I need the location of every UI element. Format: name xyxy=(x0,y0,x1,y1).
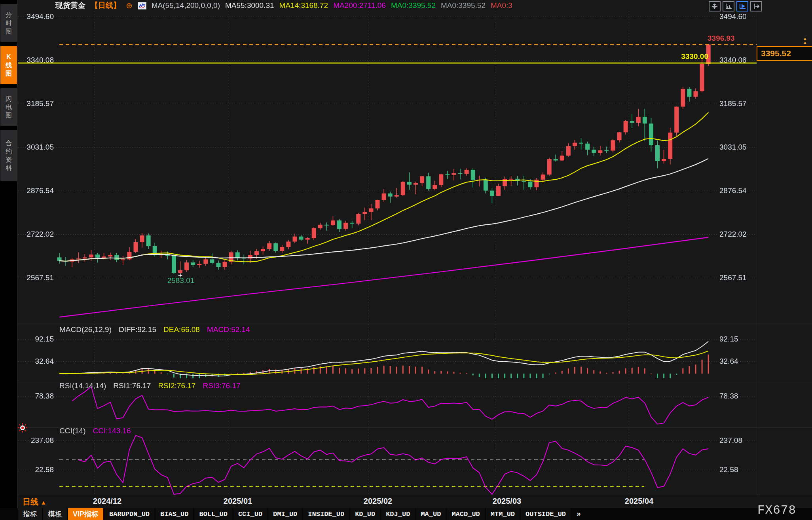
chevron-up-icon: ▲ xyxy=(41,499,47,506)
support-price-label: 3330.00 xyxy=(672,52,708,61)
period-selector[interactable]: 日线 ▲ xyxy=(23,497,46,507)
axis-label: 3185.57 xyxy=(18,99,54,108)
rsi3-value: RSI3:76.17 xyxy=(203,381,240,390)
tab-vip指标[interactable]: VIP指标 xyxy=(68,508,103,520)
chart-header: 现货黄金 【日线】 ⊕ MA(55,14,200,0,0,0) MA55:300… xyxy=(55,0,512,11)
low-price-label: 2583.01 xyxy=(164,276,197,285)
cci-panel-header: CCI(14) CCI:143.16 xyxy=(59,427,131,435)
axis-label: 92.15 xyxy=(18,335,54,344)
axis-label: 2722.02 xyxy=(18,230,54,239)
ma14-value: MA14:3168.72 xyxy=(279,1,328,10)
month-label: 2024/12 xyxy=(82,497,133,506)
axis-label: 3185.57 xyxy=(719,99,759,108)
macd-dea-value: DEA:66.08 xyxy=(163,325,200,334)
left-sidebar: 分时图K线图闪电图合约资料 xyxy=(0,0,18,520)
price-up-arrow-icon: ▲▲ xyxy=(803,36,807,44)
crosshair-move-icon[interactable] xyxy=(709,1,721,11)
trading-app-window: 分时图K线图闪电图合约资料 现货黄金 【日线】 ⊕ MA(55,14,200,0… xyxy=(0,0,812,520)
axis-label: 3031.05 xyxy=(719,143,759,152)
sidebar-item-1[interactable]: 分时图 xyxy=(0,4,17,42)
axis-label: 237.08 xyxy=(719,436,759,445)
month-label: 2025/03 xyxy=(481,497,533,506)
chart-toolbar xyxy=(709,1,762,11)
month-label: 2025/02 xyxy=(352,497,404,506)
axis-label: 22.58 xyxy=(719,465,759,474)
current-price-badge: 3395.52 xyxy=(757,46,812,61)
tab-ma_ud[interactable]: MA_UD xyxy=(416,508,446,520)
axis-play-icon[interactable] xyxy=(736,1,748,11)
axis-label: 2876.54 xyxy=(18,186,54,195)
month-label: 2025/04 xyxy=(613,497,665,506)
ma0-red-value: MA0:3 xyxy=(491,1,512,10)
alert-sun-icon[interactable] xyxy=(17,423,28,435)
rsi-title: RSI(14,14,14) xyxy=(59,381,106,390)
axis-label: 32.64 xyxy=(18,357,54,366)
tab-kd_ud[interactable]: KD_UD xyxy=(350,508,380,520)
watermark: FX678 xyxy=(757,503,796,517)
macd-panel-header: MACD(26,12,9) DIFF:92.15 DEA:66.08 MACD:… xyxy=(59,325,250,334)
rsi2-value: RSI2:76.17 xyxy=(158,381,195,390)
add-indicator-icon[interactable]: ⊕ xyxy=(126,1,133,10)
sidebar-item-3[interactable]: 闪电图 xyxy=(0,88,17,126)
date-bar: 日线 ▲ 2024/122025/012025/022025/032025/04 xyxy=(17,495,812,509)
symbol-name: 现货黄金 xyxy=(55,0,85,11)
tab-cci_ud[interactable]: CCI_UD xyxy=(233,508,267,520)
tab-mtm_ud[interactable]: MTM_UD xyxy=(486,508,520,520)
ma200-value: MA200:2711.06 xyxy=(333,1,386,10)
ma0-grey-value: MA0:3395.52 xyxy=(441,1,486,10)
period-selector-label: 日线 xyxy=(23,497,38,506)
rsi1-value: RSI1:76.17 xyxy=(113,381,151,390)
period-tag[interactable]: 【日线】 xyxy=(91,0,121,11)
axis-label: 2567.51 xyxy=(18,273,54,282)
axis-label: 2722.02 xyxy=(719,230,759,239)
axis-label: 32.64 xyxy=(719,357,759,366)
tab-dmi_ud[interactable]: DMI_UD xyxy=(268,508,302,520)
indicator-tab-bar: 指标模板VIP指标BARUPDN_UDBIAS_UDBOLL_UDCCI_UDD… xyxy=(0,508,812,520)
tab-kdj_ud[interactable]: KDJ_UD xyxy=(381,508,415,520)
ma-settings: MA(55,14,200,0,0,0) xyxy=(152,1,220,10)
axis-label: 237.08 xyxy=(18,436,54,445)
tab-outside_ud[interactable]: OUTSIDE_UD xyxy=(521,508,571,520)
tab-boll_ud[interactable]: BOLL_UD xyxy=(194,508,232,520)
collapse-right-icon[interactable] xyxy=(750,1,762,11)
ma55-value: MA55:3000.31 xyxy=(225,1,274,10)
month-label: 2025/01 xyxy=(212,497,264,506)
axis-label: 3494.60 xyxy=(18,12,54,21)
high-price-label: 3396.93 xyxy=(708,34,735,43)
axis-label: 22.58 xyxy=(18,465,54,474)
macd-macd-value: MACD:52.14 xyxy=(207,325,250,334)
cci-title: CCI(14) xyxy=(59,427,86,435)
tab-模板[interactable]: 模板 xyxy=(43,508,67,520)
macd-diff-value: DIFF:92.15 xyxy=(119,325,156,334)
axis-label: 3031.05 xyxy=(18,143,54,152)
axis-label: 2876.54 xyxy=(719,186,759,195)
ma0-green-value: MA0:3395.52 xyxy=(391,1,436,10)
axis-label: 3494.60 xyxy=(719,12,759,21)
axis-label: 78.38 xyxy=(719,392,759,400)
macd-title: MACD(26,12,9) xyxy=(59,325,112,334)
tab-macd_ud[interactable]: MACD_UD xyxy=(447,508,484,520)
tab-inside_ud[interactable]: INSIDE_UD xyxy=(303,508,349,520)
chart-canvas[interactable] xyxy=(0,0,812,520)
sidebar-item-4[interactable]: 合约资料 xyxy=(0,130,17,181)
chart-type-icon[interactable] xyxy=(138,2,146,9)
tab-bias_ud[interactable]: BIAS_UD xyxy=(156,508,193,520)
tabs-overflow-button[interactable]: » xyxy=(572,508,586,520)
tab-barupdn_ud[interactable]: BARUPDN_UD xyxy=(104,508,154,520)
tab-指标[interactable]: 指标 xyxy=(18,508,42,520)
axis-scale-icon[interactable] xyxy=(723,1,734,11)
axis-label: 92.15 xyxy=(719,335,759,344)
axis-label: 78.38 xyxy=(18,392,54,400)
axis-label: 2567.51 xyxy=(719,273,759,282)
sidebar-item-2[interactable]: K线图 xyxy=(0,46,17,84)
cci-value: CCI:143.16 xyxy=(93,427,131,435)
rsi-panel-header: RSI(14,14,14) RSI1:76.17 RSI2:76.17 RSI3… xyxy=(59,381,241,390)
axis-label: 3340.08 xyxy=(719,56,759,65)
axis-label: 3340.08 xyxy=(18,56,54,65)
